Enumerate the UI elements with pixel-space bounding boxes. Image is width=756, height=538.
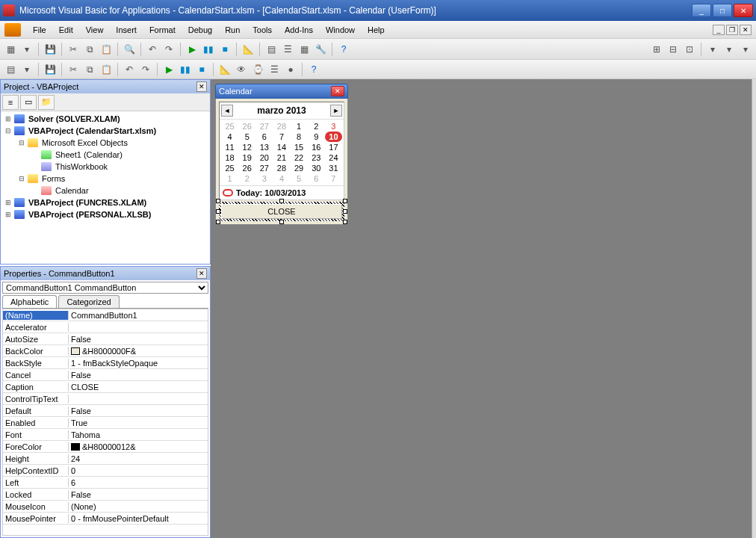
close-commandbutton[interactable]: CLOSE: [221, 204, 342, 219]
window-titlebar[interactable]: Microsoft Visual Basic for Applications …: [0, 0, 756, 21]
property-value[interactable]: False: [69, 371, 208, 380]
properties-close-button[interactable]: ✕: [196, 268, 207, 279]
calendar-day[interactable]: 3: [325, 121, 342, 132]
find-button[interactable]: 🔍: [122, 42, 137, 57]
menu-add-ins[interactable]: Add-Ins: [279, 23, 319, 37]
calendar-day[interactable]: 8: [291, 132, 308, 142]
calendar-day[interactable]: 1: [291, 121, 308, 132]
calendar-day[interactable]: 28: [273, 121, 290, 132]
calendar-day[interactable]: 4: [221, 132, 238, 142]
property-row[interactable]: BackColor&H8000000F&: [3, 345, 208, 357]
view-code-tool[interactable]: ≡: [2, 95, 19, 110]
calendar-day[interactable]: 6: [308, 173, 325, 184]
calendar-day[interactable]: 28: [273, 163, 290, 173]
align3-button[interactable]: ⊡: [682, 42, 697, 57]
calendar-day[interactable]: 7: [325, 173, 342, 184]
calendar-day[interactable]: 26: [238, 163, 255, 173]
tab-alphabetic[interactable]: Alphabetic: [2, 295, 57, 308]
expand-toggle[interactable]: ⊟: [16, 175, 28, 182]
order-button[interactable]: ▾: [738, 42, 753, 57]
copy-button[interactable]: ⧉: [82, 42, 97, 57]
tree-node[interactable]: ⊞VBAProject (PERSONAL.XLSB): [2, 208, 208, 220]
calendar-day[interactable]: 22: [291, 152, 308, 163]
undo2-button[interactable]: ↶: [122, 62, 137, 77]
property-row[interactable]: (Name)CommandButton1: [3, 309, 208, 321]
calendar-day[interactable]: 17: [325, 142, 342, 152]
calendar-day[interactable]: 5: [238, 132, 255, 142]
project-explorer-close-button[interactable]: ✕: [196, 81, 207, 92]
menu-file[interactable]: File: [27, 23, 52, 37]
maximize-button[interactable]: □: [713, 4, 732, 17]
property-row[interactable]: FontTahoma: [3, 429, 208, 441]
today-row[interactable]: Today: 10/03/2013: [220, 185, 344, 200]
cut2-button[interactable]: ✂: [66, 62, 81, 77]
calendar-day[interactable]: 2: [238, 173, 255, 184]
save2-button[interactable]: 💾: [43, 62, 58, 77]
calendar-day[interactable]: 1: [221, 173, 238, 184]
property-row[interactable]: AutoSizeFalse: [3, 333, 208, 345]
menu-edit[interactable]: Edit: [53, 23, 79, 37]
property-value[interactable]: CLOSE: [69, 383, 208, 392]
calendar-day[interactable]: 29: [291, 163, 308, 173]
project-tree[interactable]: ⊞Solver (SOLVER.XLAM)⊟VBAProject (Calend…: [1, 111, 210, 264]
run2-button[interactable]: ▶: [161, 62, 176, 77]
calendar-day[interactable]: 27: [255, 121, 273, 132]
property-value[interactable]: False: [69, 335, 208, 344]
redo2-button[interactable]: ↷: [138, 62, 153, 77]
menu-help[interactable]: Help: [362, 23, 391, 37]
menu-run[interactable]: Run: [219, 23, 246, 37]
calendar-day[interactable]: 6: [255, 132, 273, 142]
tree-node[interactable]: ThisWorkbook: [2, 161, 208, 173]
menu-tools[interactable]: Tools: [247, 23, 278, 37]
calendar-day[interactable]: 25: [221, 121, 238, 132]
calendar-day[interactable]: 30: [308, 163, 325, 173]
help2-button[interactable]: ?: [306, 62, 321, 77]
object-selector[interactable]: CommandButton1 CommandButton: [2, 282, 208, 294]
calendar-day[interactable]: 26: [238, 121, 255, 132]
property-value[interactable]: Tahoma: [69, 430, 208, 439]
expand-toggle[interactable]: ⊞: [2, 211, 14, 218]
property-value[interactable]: 24: [69, 454, 208, 463]
property-row[interactable]: DefaultFalse: [3, 405, 208, 417]
calendar-day[interactable]: 4: [273, 173, 290, 184]
property-row[interactable]: CaptionCLOSE: [3, 381, 208, 393]
view-excel-button[interactable]: ▦: [3, 42, 18, 57]
tree-node[interactable]: Sheet1 (Calendar): [2, 149, 208, 161]
project-explorer-button[interactable]: ▤: [264, 42, 279, 57]
save-button[interactable]: 💾: [43, 42, 58, 57]
copy2-button[interactable]: ⧉: [82, 62, 97, 77]
userform-designer[interactable]: Calendar ✕ ◄ marzo 2013 ► 25262728123456…: [215, 84, 348, 225]
properties-grid[interactable]: (Name)CommandButton1AcceleratorAutoSizeF…: [2, 309, 208, 536]
help-button[interactable]: ?: [336, 42, 351, 57]
mdi-close-button[interactable]: ✕: [740, 25, 752, 35]
userform-titlebar[interactable]: Calendar ✕: [215, 84, 348, 99]
paste2-button[interactable]: 📋: [99, 62, 114, 77]
property-value[interactable]: 0 - fmMousePointerDefault: [69, 514, 208, 523]
align-button[interactable]: ⊞: [649, 42, 664, 57]
calendar-day[interactable]: 7: [273, 132, 290, 142]
align2-button[interactable]: ⊟: [666, 42, 681, 57]
property-row[interactable]: ControlTipText: [3, 393, 208, 405]
expand-toggle[interactable]: ⊟: [16, 139, 28, 146]
tree-node[interactable]: ⊟Forms: [2, 173, 208, 185]
expand-toggle[interactable]: ⊞: [2, 115, 14, 123]
property-value[interactable]: False: [69, 406, 208, 415]
property-value[interactable]: 0: [69, 466, 208, 475]
property-row[interactable]: EnabledTrue: [3, 417, 208, 429]
expand-toggle[interactable]: ⊞: [2, 199, 14, 206]
property-value[interactable]: 1 - fmBackStyleOpaque: [69, 359, 208, 368]
calendar-day[interactable]: 24: [325, 152, 342, 163]
redo-button[interactable]: ↷: [161, 42, 176, 57]
tree-node[interactable]: ⊟Microsoft Excel Objects: [2, 137, 208, 149]
calendar-day[interactable]: 3: [255, 173, 273, 184]
menu-view[interactable]: View: [80, 23, 110, 37]
property-value[interactable]: &H8000000F&: [69, 347, 208, 356]
property-row[interactable]: CancelFalse: [3, 369, 208, 381]
run-button[interactable]: ▶: [185, 42, 199, 57]
calendar-day[interactable]: 9: [308, 132, 325, 142]
size-button[interactable]: ▾: [722, 42, 737, 57]
calendar-day[interactable]: 13: [255, 142, 273, 152]
call-stack-button[interactable]: ☰: [267, 62, 282, 77]
property-value[interactable]: True: [69, 418, 208, 427]
calendar-day[interactable]: 16: [308, 142, 325, 152]
